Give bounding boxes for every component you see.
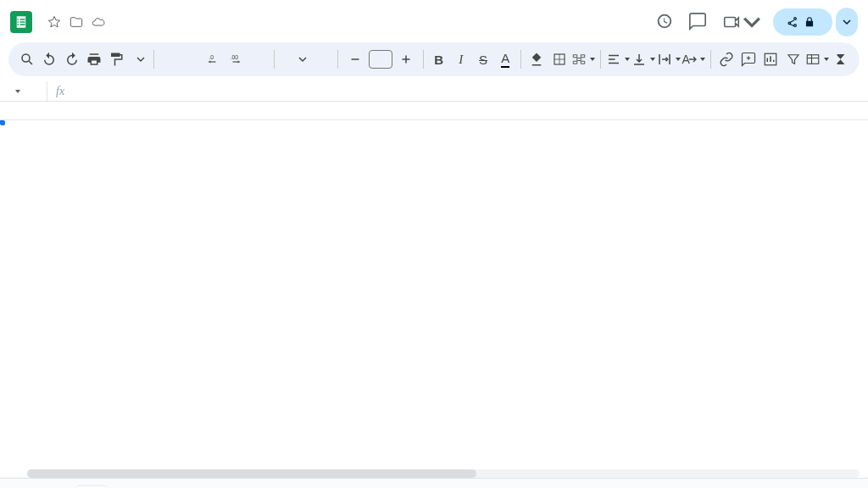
horizontal-scrollbar[interactable] xyxy=(27,469,860,478)
insert-comment-icon[interactable] xyxy=(738,47,759,71)
paint-format-icon[interactable] xyxy=(106,47,126,71)
spreadsheet-grid[interactable] xyxy=(0,102,868,478)
redo-icon[interactable] xyxy=(61,47,81,71)
name-box[interactable] xyxy=(0,81,47,101)
text-color-button[interactable]: A xyxy=(495,47,515,71)
history-icon[interactable] xyxy=(654,12,673,33)
decrease-decimal-button[interactable]: .0 xyxy=(204,47,225,71)
star-icon[interactable] xyxy=(47,15,61,29)
header-right-icons xyxy=(654,12,761,33)
text-wrap-button[interactable] xyxy=(657,47,681,71)
strikethrough-button[interactable]: S xyxy=(473,47,493,71)
insert-link-icon[interactable] xyxy=(716,47,737,71)
increase-decimal-button[interactable]: .00 xyxy=(226,47,247,71)
cloud-icon[interactable] xyxy=(92,15,105,29)
filter-icon[interactable] xyxy=(782,47,803,71)
svg-text:.0: .0 xyxy=(209,54,214,60)
svg-text:.00: .00 xyxy=(230,54,238,60)
chevron-down-icon xyxy=(15,90,20,93)
scrollbar-thumb[interactable] xyxy=(27,469,476,478)
undo-icon[interactable] xyxy=(39,47,59,71)
share-button[interactable] xyxy=(773,8,832,36)
title-icons xyxy=(47,15,105,29)
table-view-icon[interactable] xyxy=(805,47,829,71)
font-family-select[interactable] xyxy=(280,55,332,64)
print-icon[interactable] xyxy=(84,47,104,71)
horizontal-align-button[interactable] xyxy=(606,47,630,71)
borders-button[interactable] xyxy=(548,47,569,71)
number-format-button[interactable] xyxy=(248,47,269,71)
text-rotation-button[interactable]: A xyxy=(682,47,705,71)
add-sheet-icon[interactable] xyxy=(8,482,37,489)
search-menus-icon[interactable] xyxy=(17,47,37,71)
increase-fontsize-icon[interactable] xyxy=(394,47,418,71)
merge-cells-button[interactable] xyxy=(571,47,595,71)
meet-icon[interactable] xyxy=(722,13,761,31)
currency-button[interactable] xyxy=(159,47,180,71)
sheets-logo[interactable] xyxy=(10,11,32,33)
insert-chart-icon[interactable] xyxy=(760,47,781,71)
svg-point-1 xyxy=(22,54,30,62)
font-size-input[interactable] xyxy=(369,50,392,69)
share-dropdown[interactable] xyxy=(836,8,858,36)
percent-button[interactable] xyxy=(181,47,202,71)
functions-icon[interactable] xyxy=(831,47,851,71)
decrease-fontsize-icon[interactable] xyxy=(343,47,367,71)
zoom-select[interactable] xyxy=(128,55,148,64)
fx-icon: fx xyxy=(47,85,73,98)
all-sheets-icon[interactable] xyxy=(42,482,71,489)
sheet-tab-bar xyxy=(0,478,868,488)
toolbar: .0 .00 B I S A A xyxy=(8,42,860,76)
move-icon[interactable] xyxy=(70,15,83,29)
formula-bar: fx xyxy=(0,81,868,102)
vertical-align-button[interactable] xyxy=(632,47,655,71)
bold-button[interactable]: B xyxy=(428,47,448,71)
comment-icon[interactable] xyxy=(688,12,707,33)
fill-color-button[interactable] xyxy=(526,47,547,71)
italic-button[interactable]: I xyxy=(451,47,471,71)
title-bar xyxy=(0,0,868,37)
font-size-control xyxy=(343,47,418,71)
svg-rect-6 xyxy=(807,55,819,64)
